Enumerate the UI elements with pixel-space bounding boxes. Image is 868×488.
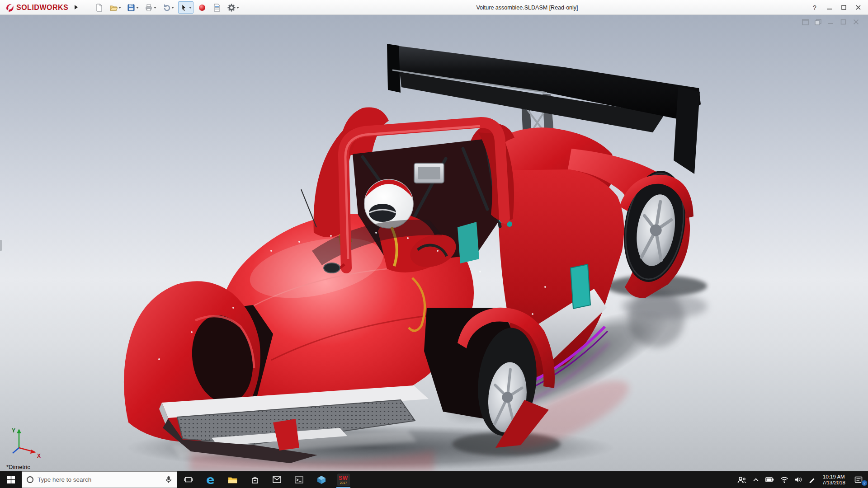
- restore-doc-button[interactable]: [840, 19, 847, 25]
- hidden-icons-button[interactable]: [750, 471, 762, 488]
- view-orientation-label: *Dimetric: [6, 464, 30, 470]
- graphics-viewport[interactable]: Y X *Dimetric: [0, 15, 868, 471]
- options-dropdown-caret[interactable]: [236, 7, 239, 9]
- console-icon: [295, 476, 303, 483]
- mail-icon: [273, 476, 281, 483]
- open-folder-icon: [109, 4, 118, 12]
- x-axis-arrow: [30, 450, 36, 454]
- select-cursor-icon: [180, 4, 188, 12]
- file-properties-button[interactable]: [211, 1, 223, 14]
- toolbar-flyout-arrow[interactable]: [72, 3, 80, 12]
- window-controls: ?: [808, 0, 864, 15]
- notification-badge: 2: [861, 480, 868, 486]
- open-dropdown-caret[interactable]: [118, 7, 121, 9]
- microphone-icon[interactable]: [165, 475, 172, 484]
- close-doc-icon: [853, 19, 859, 25]
- helmet-visor: [369, 204, 396, 222]
- undo-dropdown-caret[interactable]: [171, 7, 174, 9]
- help-button[interactable]: ?: [808, 1, 821, 14]
- options-button[interactable]: [226, 1, 241, 14]
- close-doc-button[interactable]: [852, 19, 860, 25]
- taskbar-app-solidworks[interactable]: SW 2017: [332, 471, 354, 488]
- minimize-icon: [827, 5, 832, 10]
- render-sphere-icon: [198, 4, 206, 12]
- file-properties-icon: [213, 4, 221, 12]
- maximize-icon: [841, 5, 846, 10]
- taskbar: e SW 2: [0, 471, 868, 488]
- minimize-button[interactable]: [823, 1, 835, 14]
- chevron-up-icon: [753, 477, 759, 483]
- task-view-icon: [184, 476, 193, 483]
- orientation-triad: Y X: [7, 427, 42, 460]
- left-edge-handle[interactable]: [0, 240, 2, 251]
- document-window-controls: [802, 19, 860, 25]
- print-dropdown-caret[interactable]: [154, 7, 156, 9]
- file-explorer-icon: [228, 476, 237, 483]
- maximize-button[interactable]: [837, 1, 850, 14]
- volume-indicator[interactable]: [792, 471, 806, 488]
- store-icon: [251, 476, 259, 484]
- taskbar-app-store[interactable]: [244, 471, 266, 488]
- save-dropdown-caret[interactable]: [136, 7, 139, 9]
- people-button[interactable]: [734, 471, 750, 488]
- solidworks-logo: SOLIDWORKS: [5, 0, 68, 15]
- task-view-button[interactable]: [177, 471, 199, 488]
- cad-viewer-cube-icon: [317, 475, 326, 484]
- minimize-doc-icon: [828, 19, 834, 25]
- window-title: Voiture assomblee.SLDASM [Read-only]: [476, 0, 578, 15]
- close-button[interactable]: [852, 1, 864, 14]
- z-axis-arrow: [13, 448, 19, 453]
- clock-time: 10:19 AM: [822, 474, 845, 480]
- clock-date: 7/13/2018: [822, 480, 845, 486]
- taskbar-app-cad-viewer[interactable]: [310, 471, 332, 488]
- select-button[interactable]: [178, 1, 193, 14]
- taskbar-app-edge[interactable]: e: [199, 471, 222, 488]
- people-icon: [737, 476, 746, 483]
- select-dropdown-caret[interactable]: [189, 7, 192, 9]
- render-sphere-button[interactable]: [196, 1, 208, 14]
- open-button[interactable]: [108, 1, 123, 14]
- system-tray: 10:19 AM 7/13/2018 2: [734, 471, 868, 488]
- wifi-icon: [780, 476, 788, 483]
- teal-side-insert: [571, 264, 590, 309]
- save-button[interactable]: [125, 1, 141, 14]
- search-ring-icon: [27, 476, 33, 483]
- save-floppy-icon: [127, 4, 135, 12]
- print-button[interactable]: [143, 1, 158, 14]
- pen-input-indicator[interactable]: [806, 471, 819, 488]
- taskbar-app-mail[interactable]: [266, 471, 288, 488]
- cascade-windows-icon: [815, 19, 821, 25]
- start-button[interactable]: [0, 471, 22, 488]
- cascade-windows-button[interactable]: [814, 19, 822, 25]
- quick-access-toolbar: [93, 1, 241, 14]
- solidworks-app-icon: SW 2017: [337, 474, 350, 486]
- close-icon: [856, 5, 861, 10]
- taskbar-app-console[interactable]: [288, 471, 310, 488]
- model-render: [0, 15, 868, 471]
- speaker-icon: [795, 476, 802, 483]
- restore-doc-icon: [840, 19, 846, 25]
- windows-logo-icon: [7, 476, 15, 483]
- minimize-doc-button[interactable]: [827, 19, 835, 25]
- new-document-button[interactable]: [93, 1, 105, 14]
- pen-icon: [809, 476, 816, 483]
- battery-indicator[interactable]: [762, 471, 777, 488]
- undo-button[interactable]: [160, 1, 176, 14]
- network-indicator[interactable]: [777, 471, 792, 488]
- options-gear-icon: [227, 4, 236, 12]
- dassault-swoosh-icon: [5, 3, 14, 13]
- cockpit-teal-panel: [458, 222, 479, 263]
- app-titlebar: SOLIDWORKS: [0, 0, 868, 15]
- y-axis-arrow: [17, 429, 21, 433]
- print-icon: [145, 4, 153, 12]
- undo-arrow-icon: [162, 4, 170, 12]
- new-window-button[interactable]: [802, 19, 809, 25]
- search-input[interactable]: [38, 476, 161, 483]
- taskbar-clock[interactable]: 10:19 AM 7/13/2018: [819, 474, 849, 486]
- edge-icon: e: [206, 474, 214, 486]
- taskbar-search[interactable]: [22, 471, 177, 488]
- action-center-button[interactable]: 2: [849, 471, 868, 488]
- solidworks-logo-text: SOLIDWORKS: [16, 4, 68, 12]
- new-window-icon: [802, 19, 809, 25]
- taskbar-app-file-explorer[interactable]: [222, 471, 244, 488]
